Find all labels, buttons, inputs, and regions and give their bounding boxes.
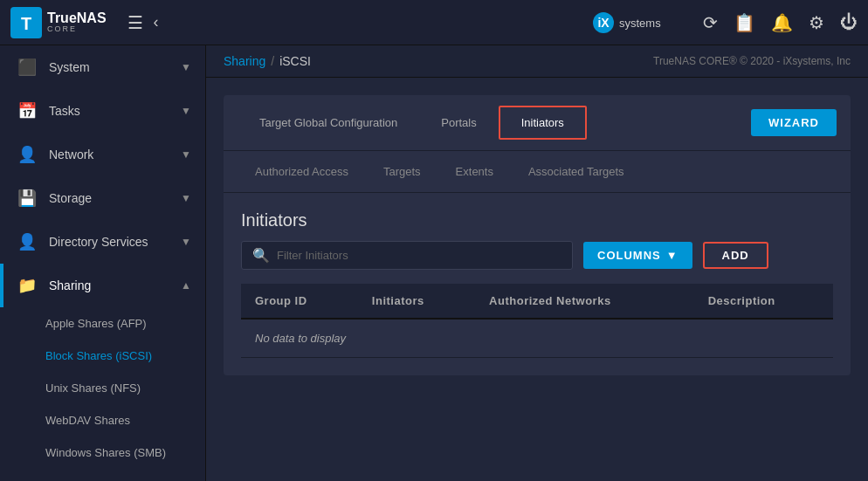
topbar: T TrueNAS CORE ☰ ‹ iX systems ⟳ 📋 🔔 ⚙ ⏻	[0, 0, 868, 45]
sidebar: ⬛ System ▼ 📅 Tasks ▼ 👤 Network ▼ 💾 Stora…	[0, 45, 206, 481]
content-area: Sharing / iSCSI TrueNAS CORE® © 2020 - i…	[206, 45, 868, 481]
logo-core-text: CORE	[47, 25, 107, 34]
sidebar-item-unix-shares[interactable]: Unix Shares (NFS)	[0, 372, 205, 404]
breadcrumb-current: iSCSI	[279, 54, 311, 68]
topbar-icons: ⟳ 📋 🔔 ⚙ ⏻	[703, 12, 858, 33]
col-initiators: Initiators	[358, 284, 475, 319]
iscsi-card: Target Global Configuration Portals Init…	[224, 95, 851, 375]
tab-targets[interactable]: Targets	[366, 158, 438, 185]
network-arrow-icon: ▼	[181, 148, 191, 161]
breadcrumb-bar: Sharing / iSCSI TrueNAS CORE® © 2020 - i…	[206, 45, 868, 78]
directory-arrow-icon: ▼	[181, 236, 191, 248]
columns-dropdown-icon: ▼	[666, 249, 679, 262]
breadcrumb-sharing[interactable]: Sharing	[224, 54, 265, 68]
card-header: Target Global Configuration Portals Init…	[224, 95, 851, 151]
back-icon[interactable]: ‹	[154, 13, 159, 31]
table-body: No data to display	[241, 319, 833, 358]
toolbar: 🔍 COLUMNS ▼ ADD	[224, 241, 851, 284]
columns-button[interactable]: COLUMNS ▼	[583, 242, 692, 269]
settings-icon[interactable]: ⚙	[809, 12, 824, 33]
table-header-row: Group ID Initiators Authorized Networks …	[241, 284, 833, 319]
clipboard-icon[interactable]: 📋	[734, 12, 755, 33]
no-data-cell: No data to display	[241, 319, 833, 358]
add-button[interactable]: ADD	[703, 242, 768, 269]
col-description: Description	[694, 284, 833, 319]
wizard-button[interactable]: WIZARD	[751, 109, 837, 136]
initiators-table: Group ID Initiators Authorized Networks …	[241, 284, 833, 358]
svg-text:iX: iX	[597, 16, 610, 30]
sidebar-item-windows-shares[interactable]: Windows Shares (SMB)	[0, 436, 205, 469]
app-logo: T TrueNAS CORE	[10, 7, 107, 38]
section-title: Initiators	[224, 193, 851, 241]
tab-authorized-access[interactable]: Authorized Access	[238, 158, 366, 185]
sharing-arrow-icon: ▲	[181, 279, 191, 292]
svg-text:T: T	[21, 14, 31, 33]
search-input[interactable]	[277, 249, 561, 262]
tab-initiators[interactable]: Initiators	[499, 106, 587, 140]
logo-truenas-text: TrueNAS	[47, 10, 107, 26]
sidebar-item-directory-services[interactable]: 👤 Directory Services ▼	[0, 220, 205, 264]
bell-icon[interactable]: 🔔	[771, 12, 793, 33]
tab-associated-targets[interactable]: Associated Targets	[511, 158, 642, 185]
tab-portals[interactable]: Portals	[419, 107, 498, 139]
system-arrow-icon: ▼	[181, 61, 191, 73]
storage-icon: 💾	[17, 189, 37, 208]
tasks-arrow-icon: ▼	[181, 105, 191, 117]
tabs-row-1: Target Global Configuration Portals Init…	[238, 106, 751, 140]
table-header: Group ID Initiators Authorized Networks …	[241, 284, 833, 319]
network-icon: 👤	[17, 145, 37, 164]
sidebar-item-tasks[interactable]: 📅 Tasks ▼	[0, 89, 205, 133]
col-authorized-networks: Authorized Networks	[475, 284, 694, 319]
directory-icon: 👤	[17, 232, 37, 251]
tab-extents[interactable]: Extents	[438, 158, 511, 185]
copyright-text: TrueNAS CORE® © 2020 - iXsystems, Inc	[653, 55, 851, 67]
main-panel: Target Global Configuration Portals Init…	[206, 78, 868, 481]
tasks-icon: 📅	[17, 101, 37, 120]
col-group-id: Group ID	[241, 284, 358, 319]
breadcrumb: Sharing / iSCSI	[224, 54, 311, 68]
search-box: 🔍	[241, 241, 573, 270]
sidebar-item-block-shares[interactable]: Block Shares (iSCSI)	[0, 340, 205, 372]
menu-icon[interactable]: ☰	[127, 12, 143, 33]
svg-text:systems: systems	[619, 17, 661, 30]
update-icon[interactable]: ⟳	[703, 12, 718, 33]
sidebar-item-system[interactable]: ⬛ System ▼	[0, 45, 205, 89]
sidebar-item-network[interactable]: 👤 Network ▼	[0, 133, 205, 176]
main-layout: ⬛ System ▼ 📅 Tasks ▼ 👤 Network ▼ 💾 Stora…	[0, 45, 868, 481]
system-icon: ⬛	[17, 58, 37, 77]
table-container: Group ID Initiators Authorized Networks …	[224, 284, 851, 375]
brand-logo: iX systems	[591, 10, 679, 35]
table-row: No data to display	[241, 319, 833, 358]
sidebar-item-webdav-shares[interactable]: WebDAV Shares	[0, 404, 205, 436]
tab-target-global[interactable]: Target Global Configuration	[238, 107, 419, 139]
breadcrumb-separator: /	[271, 54, 274, 68]
storage-arrow-icon: ▼	[181, 192, 191, 204]
tabs-row-2: Authorized Access Targets Extents Associ…	[224, 151, 851, 193]
sharing-icon: 📁	[17, 276, 37, 295]
sidebar-item-apple-shares[interactable]: Apple Shares (AFP)	[0, 307, 205, 340]
sidebar-item-storage[interactable]: 💾 Storage ▼	[0, 176, 205, 220]
sidebar-item-sharing[interactable]: 📁 Sharing ▲	[0, 264, 205, 307]
power-icon[interactable]: ⏻	[840, 12, 858, 32]
search-icon: 🔍	[252, 247, 270, 264]
